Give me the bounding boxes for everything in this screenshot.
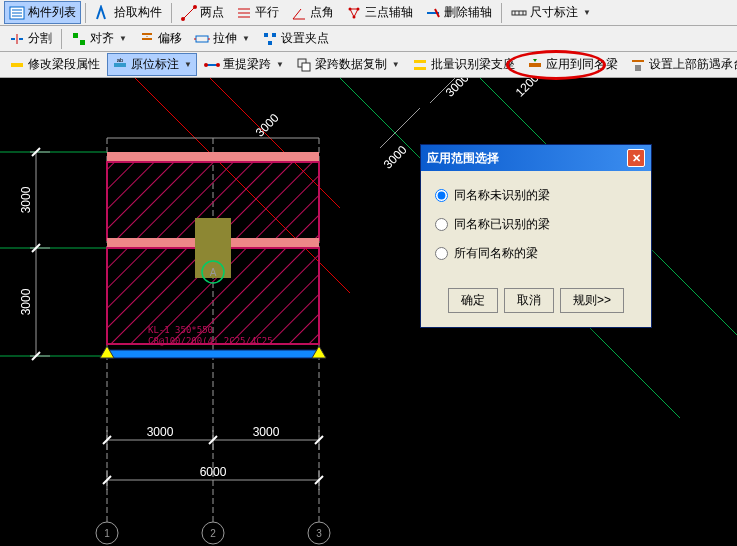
dimension-label: 尺寸标注: [530, 4, 578, 21]
split-label: 分割: [28, 30, 52, 47]
batch-identify-button[interactable]: 批量识别梁支座: [407, 53, 520, 76]
radio-opt-all[interactable]: 所有同名称的梁: [435, 239, 637, 268]
set-grips-button[interactable]: 设置夹点: [257, 27, 334, 50]
offset-button[interactable]: 偏移: [134, 27, 187, 50]
delete-aux-button[interactable]: 删除辅轴: [420, 1, 497, 24]
separator: [85, 3, 86, 23]
batch-icon: [412, 57, 428, 73]
three-point-icon: [346, 5, 362, 21]
modify-icon: [9, 57, 25, 73]
svg-line-45: [380, 108, 420, 148]
svg-point-5: [181, 17, 185, 21]
axis-3: 3: [316, 528, 322, 539]
svg-rect-23: [80, 40, 85, 45]
radio-input-3[interactable]: [435, 247, 448, 260]
point-angle-button[interactable]: 点角: [286, 1, 339, 24]
dimension-button[interactable]: 尺寸标注 ▼: [506, 1, 596, 24]
radio-opt-unidentified[interactable]: 同名称未识别的梁: [435, 181, 637, 210]
list-icon: [9, 5, 25, 21]
svg-rect-36: [414, 60, 426, 63]
split-icon: [9, 31, 25, 47]
in-place-mark-button[interactable]: ab 原位标注 ▼: [107, 53, 197, 76]
radio-label-1: 同名称未识别的梁: [454, 187, 550, 204]
ruler-icon: [511, 5, 527, 21]
separator: [171, 3, 172, 23]
toolbar-row-1: 构件列表 拾取构件 两点 平行 点角 三点辅轴 删除辅轴 尺寸标注 ▼: [0, 0, 737, 26]
batch-identify-label: 批量识别梁支座: [431, 56, 515, 73]
ok-button[interactable]: 确定: [448, 288, 498, 313]
align-icon: [71, 31, 87, 47]
parallel-button[interactable]: 平行: [231, 1, 284, 24]
radio-label-3: 所有同名称的梁: [454, 245, 538, 262]
point-angle-label: 点角: [310, 4, 334, 21]
svg-point-32: [204, 63, 208, 67]
modify-beam-seg-button[interactable]: 修改梁段属性: [4, 53, 105, 76]
parallel-label: 平行: [255, 4, 279, 21]
radio-input-1[interactable]: [435, 189, 448, 202]
svg-rect-25: [264, 33, 268, 37]
dialog-titlebar[interactable]: 应用范围选择 ✕: [421, 145, 651, 171]
axis-2: 2: [210, 528, 216, 539]
chevron-down-icon: ▼: [392, 60, 400, 69]
chevron-down-icon: ▼: [119, 34, 127, 43]
dim-3000-b2: 3000: [253, 425, 280, 439]
two-point-label: 两点: [200, 4, 224, 21]
angle-icon: [291, 5, 307, 21]
split-button[interactable]: 分割: [4, 27, 57, 50]
reset-beam-span-label: 重提梁跨: [223, 56, 271, 73]
svg-rect-22: [73, 33, 78, 38]
offset-label: 偏移: [158, 30, 182, 47]
svg-rect-28: [11, 63, 23, 67]
radio-input-2[interactable]: [435, 218, 448, 231]
dim-3000-left-2: 3000: [19, 288, 33, 315]
align-label: 对齐: [90, 30, 114, 47]
rule-button[interactable]: 规则>>: [560, 288, 624, 313]
svg-point-6: [193, 5, 197, 9]
svg-line-4: [183, 7, 195, 19]
separator: [61, 29, 62, 49]
rebar-icon: [630, 57, 646, 73]
radio-opt-identified[interactable]: 同名称已识别的梁: [435, 210, 637, 239]
beam-label-1: KL-1 350*550: [148, 325, 213, 335]
bottom-dims-2: 6000: [103, 465, 323, 490]
mark-icon: ab: [112, 57, 128, 73]
apply-same-beam-button[interactable]: 应用到同名梁: [522, 53, 623, 76]
svg-point-33: [216, 63, 220, 67]
three-point-aux-button[interactable]: 三点辅轴: [341, 1, 418, 24]
apply-icon: [527, 57, 543, 73]
copy-icon: [296, 57, 312, 73]
dim-1200-top: 1200: [513, 78, 542, 100]
radio-label-2: 同名称已识别的梁: [454, 216, 550, 233]
toolbar-row-2: 分割 对齐 ▼ 偏移 拉伸 ▼ 设置夹点: [0, 26, 737, 52]
two-point-button[interactable]: 两点: [176, 1, 229, 24]
component-list-button[interactable]: 构件列表: [4, 1, 81, 24]
beam-span-copy-button[interactable]: 梁跨数据复制 ▼: [291, 53, 405, 76]
axis-label-a: A: [210, 267, 217, 278]
svg-rect-38: [529, 63, 541, 67]
stretch-label: 拉伸: [213, 30, 237, 47]
chevron-down-icon: ▼: [276, 60, 284, 69]
stretch-button[interactable]: 拉伸 ▼: [189, 27, 255, 50]
pick-component-button[interactable]: 拾取构件: [90, 1, 167, 24]
beam-span-copy-label: 梁跨数据复制: [315, 56, 387, 73]
delete-aux-label: 删除辅轴: [444, 4, 492, 21]
beam-top: [107, 152, 319, 162]
top-dim: 3000: [107, 111, 319, 140]
dialog-buttons: 确定 取消 规则>>: [421, 278, 651, 327]
svg-rect-37: [414, 67, 426, 70]
modify-beam-seg-label: 修改梁段属性: [28, 56, 100, 73]
set-upper-bar-button[interactable]: 设置上部筋遇承台: [625, 53, 737, 76]
cancel-button[interactable]: 取消: [504, 288, 554, 313]
two-point-icon: [181, 5, 197, 21]
reset-beam-span-button[interactable]: 重提梁跨 ▼: [199, 53, 289, 76]
apply-same-beam-label: 应用到同名梁: [546, 56, 618, 73]
dim-6000: 6000: [200, 465, 227, 479]
set-upper-bar-label: 设置上部筋遇承台: [649, 56, 737, 73]
dim-3000-b1: 3000: [147, 425, 174, 439]
align-button[interactable]: 对齐 ▼: [66, 27, 132, 50]
parallel-icon: [236, 5, 252, 21]
svg-rect-26: [272, 33, 276, 37]
close-icon[interactable]: ✕: [627, 149, 645, 167]
component-list-label: 构件列表: [28, 4, 76, 21]
set-grips-label: 设置夹点: [281, 30, 329, 47]
